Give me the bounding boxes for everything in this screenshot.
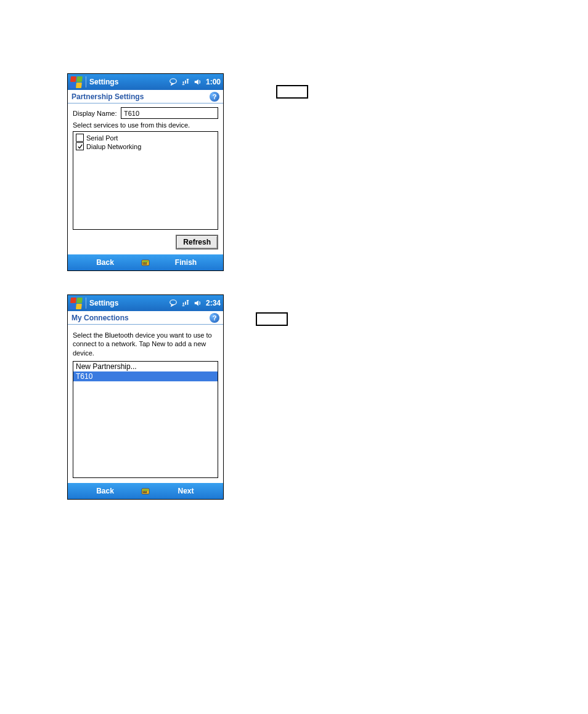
subheader-title: My Connections xyxy=(71,314,129,322)
chat-icon[interactable] xyxy=(169,299,178,307)
clock-time[interactable]: 2:34 xyxy=(206,299,221,307)
service-dialup-networking[interactable]: Dialup Networking xyxy=(76,142,215,150)
svg-rect-2 xyxy=(143,261,149,262)
checkbox-serial-port[interactable] xyxy=(76,134,84,142)
connectivity-icon[interactable] xyxy=(181,299,190,307)
display-name-label: Display Name: xyxy=(73,110,121,117)
subheader-title: Partnership Settings xyxy=(71,92,144,101)
svg-rect-5 xyxy=(146,262,147,263)
speaker-icon[interactable] xyxy=(194,299,202,307)
title-separator xyxy=(86,76,86,87)
system-tray: 1:00 xyxy=(169,78,221,86)
svg-rect-6 xyxy=(143,264,147,264)
device-screen-partnership: Settings 1:00 Partnership Settings ? Dis… xyxy=(67,73,224,271)
app-title: Settings xyxy=(89,299,118,307)
svg-rect-10 xyxy=(143,491,144,492)
title-bar: Settings 1:00 xyxy=(68,74,223,90)
svg-rect-9 xyxy=(143,489,149,490)
help-icon[interactable]: ? xyxy=(210,92,219,102)
list-item-new-partnership[interactable]: New Partnership... xyxy=(73,362,218,371)
callout-box-2 xyxy=(256,312,288,326)
page-subheader: My Connections ? xyxy=(68,311,223,325)
list-item-device[interactable]: T610 xyxy=(73,371,218,381)
checkbox-dialup-networking[interactable] xyxy=(76,142,84,150)
clock-time[interactable]: 1:00 xyxy=(206,78,221,86)
start-flag-icon[interactable] xyxy=(70,76,82,87)
title-separator xyxy=(86,298,86,309)
keyboard-icon xyxy=(140,485,151,497)
services-instruction: Select services to use from this device. xyxy=(73,121,218,129)
app-title: Settings xyxy=(89,78,118,86)
svg-point-0 xyxy=(170,79,177,84)
display-name-row: Display Name: xyxy=(73,107,218,119)
system-tray: 2:34 xyxy=(169,299,221,307)
page-subheader: Partnership Settings ? xyxy=(68,90,223,103)
device-list[interactable]: New Partnership... T610 xyxy=(73,361,218,478)
svg-rect-13 xyxy=(143,492,147,493)
display-name-input[interactable] xyxy=(121,107,218,119)
service-label: Serial Port xyxy=(86,134,118,142)
sip-keyboard-button[interactable] xyxy=(137,485,153,497)
svg-rect-4 xyxy=(144,262,145,263)
service-label: Dialup Networking xyxy=(86,143,141,150)
softkey-back[interactable]: Back xyxy=(73,258,137,267)
softkey-finish[interactable]: Finish xyxy=(153,258,218,267)
softkey-next[interactable]: Next xyxy=(153,487,218,495)
connectivity-icon[interactable] xyxy=(181,78,190,86)
sip-keyboard-button[interactable] xyxy=(137,257,153,268)
chat-icon[interactable] xyxy=(169,78,178,86)
service-serial-port[interactable]: Serial Port xyxy=(76,134,215,142)
keyboard-icon xyxy=(140,257,151,268)
content-area: Select the Bluetooth device you want to … xyxy=(68,325,223,483)
device-screen-connections: Settings 2:34 My Connections ? Select th… xyxy=(67,294,224,500)
content-area: Display Name: Select services to use fro… xyxy=(68,103,223,254)
refresh-button[interactable]: Refresh xyxy=(176,235,218,249)
svg-rect-12 xyxy=(146,491,147,492)
services-list[interactable]: Serial Port Dialup Networking xyxy=(73,131,218,230)
title-bar: Settings 2:34 xyxy=(68,295,223,311)
connections-instruction: Select the Bluetooth device you want to … xyxy=(73,331,218,357)
svg-rect-3 xyxy=(143,262,144,263)
soft-key-bar: Back Next xyxy=(68,483,223,499)
svg-point-7 xyxy=(170,300,177,305)
button-row: Refresh xyxy=(73,235,218,249)
svg-rect-11 xyxy=(144,491,145,492)
speaker-icon[interactable] xyxy=(194,78,202,86)
help-icon[interactable]: ? xyxy=(210,313,219,323)
start-flag-icon[interactable] xyxy=(70,298,82,309)
soft-key-bar: Back Finish xyxy=(68,254,223,270)
softkey-back[interactable]: Back xyxy=(73,487,137,495)
callout-box-1 xyxy=(276,85,308,99)
